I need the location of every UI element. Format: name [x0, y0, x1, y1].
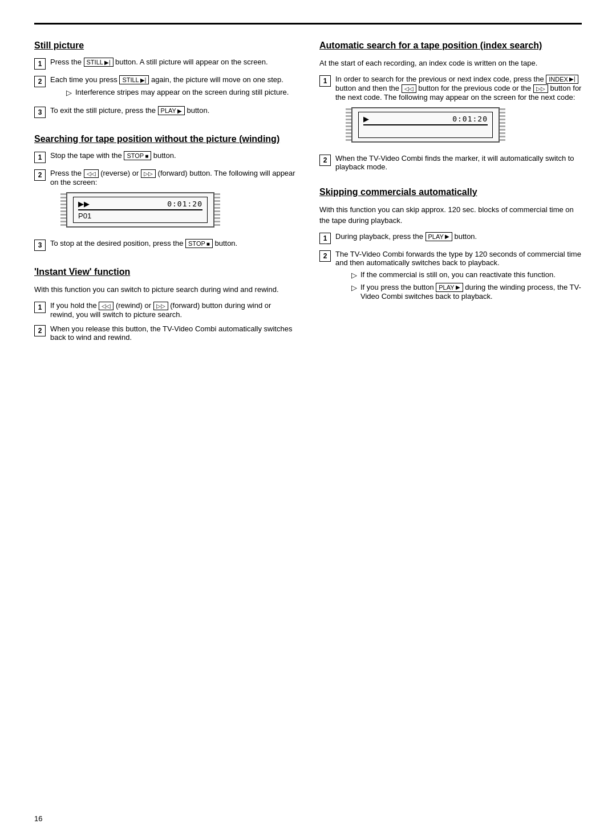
index-search-steps: 1 In order to search for the previous or… [319, 75, 582, 171]
winding-step-num-3: 3 [34, 240, 46, 251]
left-column: Still picture 1 Press the STILL▶| button… [34, 40, 297, 358]
skip-commercials-step-2: 2 The TV-Video Combi forwards the type b… [319, 250, 582, 304]
note-winding-playback-text: If you press the button PLAY▶ during the… [360, 283, 582, 301]
step-content-2: Each time you press STILL▶| again, the p… [50, 75, 297, 100]
skip-commercials-intro: With this function you can skip approx. … [319, 204, 582, 226]
winding-steps: 1 Stop the tape with the STOP■ button. 2… [34, 151, 297, 251]
winding-heading: Searching for tape position without the … [34, 134, 279, 144]
note-arrow-icon-3: ▷ [351, 283, 357, 292]
skip-commercials-step-num-2: 2 [319, 250, 331, 262]
top-rule [34, 23, 582, 25]
winding-step-1: 1 Stop the tape with the STOP■ button. [34, 151, 297, 163]
winding-step-num-2: 2 [34, 169, 46, 181]
rew-button-kbd-2: ◁◁ [99, 302, 114, 310]
right-column: Automatic search for a tape position (in… [319, 40, 582, 358]
fwd-button-kbd-2: ▷▷ [153, 302, 168, 310]
index-search-screen-row2 [363, 127, 488, 135]
still-play-button-kbd: STILL▶| [84, 58, 114, 67]
winding-screen-inner: ▶▶ 0:01:20 P01 [73, 197, 208, 223]
note-interference: ▷ Interference stripes may appear on the… [66, 88, 297, 97]
skip-commercials-section: Skipping commercials automatically With … [319, 187, 582, 304]
step-content-3: To exit the still picture, press the PLA… [50, 106, 297, 115]
winding-step-content-2: Press the ◁◁ (reverse) or ▷▷ (forward) b… [50, 169, 297, 233]
index-search-screen-time: 0:01:20 [452, 115, 488, 123]
note-reactivate: ▷ If the commercial is still on, you can… [351, 270, 582, 279]
instant-view-step-content-2: When you release this button, the TV-Vid… [50, 324, 297, 342]
skip-commercials-step-num-1: 1 [319, 233, 331, 244]
still-picture-step-1: 1 Press the STILL▶| button. A still pict… [34, 58, 297, 70]
instant-view-step-num-1: 1 [34, 302, 46, 313]
step-content-1: Press the STILL▶| button. A still pictur… [50, 58, 297, 67]
rew-button-kbd: ◁◁ [84, 169, 99, 178]
winding-step-2: 2 Press the ◁◁ (reverse) or ▷▷ (forward)… [34, 169, 297, 233]
index-search-section: Automatic search for a tape position (in… [319, 40, 582, 171]
index-search-screen-label [363, 127, 366, 135]
index-search-screen-sym: ▶ [363, 115, 369, 123]
index-search-screen-row1: ▶ 0:01:20 [363, 115, 488, 125]
index-search-screen: ▶ 0:01:20 [351, 107, 500, 143]
still-picture-heading: Still picture [34, 40, 84, 51]
winding-screen-label: P01 [78, 212, 91, 220]
index-search-step-num-1: 1 [319, 75, 331, 87]
note-arrow-icon: ▷ [66, 88, 72, 97]
winding-step-content-3: To stop at the desired position, press t… [50, 239, 297, 248]
instant-view-step-2: 2 When you release this button, the TV-V… [34, 324, 297, 342]
index-search-step-num-2: 2 [319, 155, 331, 166]
winding-step-num-1: 1 [34, 152, 46, 163]
skip-commercials-heading: Skipping commercials automatically [319, 187, 477, 197]
instant-view-step-1: 1 If you hold the ◁◁ (rewind) or ▷▷ (for… [34, 301, 297, 319]
skip-commercials-step-content-2: The TV-Video Combi forwards the type by … [335, 250, 582, 304]
step-num-3: 3 [34, 107, 46, 118]
index-search-screen-inner: ▶ 0:01:20 [358, 112, 493, 138]
note-interference-text: Interference stripes may appear on the s… [75, 88, 297, 96]
winding-screen-row2: P01 [78, 212, 202, 220]
still-picture-section: Still picture 1 Press the STILL▶| button… [34, 40, 297, 118]
instant-view-section: 'Instant View' function With this functi… [34, 267, 297, 342]
winding-screen-sym: ▶▶ [78, 200, 90, 208]
winding-screen-time: 0:01:20 [167, 200, 202, 208]
still-picture-step-3: 3 To exit the still picture, press the P… [34, 106, 297, 118]
instant-view-step-num-2: 2 [34, 325, 46, 336]
winding-step-3: 3 To stop at the desired position, press… [34, 239, 297, 251]
instant-view-intro: With this function you can switch to pic… [34, 284, 297, 295]
skip-commercials-step-1: 1 During playback, press the PLAY▶ butto… [319, 232, 582, 244]
instant-view-heading: 'Instant View' function [34, 267, 130, 277]
fwd-button-kbd: ▷▷ [141, 169, 156, 178]
still-picture-step-2: 2 Each time you press STILL▶| again, the… [34, 75, 297, 100]
instant-view-steps: 1 If you hold the ◁◁ (rewind) or ▷▷ (for… [34, 301, 297, 342]
index-search-heading: Automatic search for a tape position (in… [319, 40, 542, 51]
page-number: 16 [34, 814, 42, 823]
step-num-2: 2 [34, 76, 46, 87]
note-reactivate-text: If the commercial is still on, you can r… [360, 270, 582, 279]
winding-screen-row1: ▶▶ 0:01:20 [78, 200, 202, 210]
winding-screen: ▶▶ 0:01:20 P01 [66, 192, 214, 228]
skip-commercials-step-content-1: During playback, press the PLAY▶ button. [335, 232, 582, 241]
index-search-step-content-1: In order to search for the previous or n… [335, 75, 582, 148]
index-search-step-1: 1 In order to search for the previous or… [319, 75, 582, 148]
rew-button-kbd-3: ◁◁ [402, 84, 416, 93]
index-search-step-2: 2 When the TV-Video Combi finds the mark… [319, 154, 582, 171]
step-num-1: 1 [34, 58, 46, 70]
play-button-kbd-3: PLAY▶ [436, 283, 463, 292]
winding-section: Searching for tape position without the … [34, 134, 297, 251]
winding-step-content-1: Stop the tape with the STOP■ button. [50, 151, 297, 160]
skip-commercials-steps: 1 During playback, press the PLAY▶ butto… [319, 232, 582, 304]
fwd-button-kbd-3: ▷▷ [533, 84, 548, 93]
index-button-kbd: INDEX▶| [546, 75, 578, 84]
note-winding-playback: ▷ If you press the button PLAY▶ during t… [351, 283, 582, 301]
still-play-button-kbd-2: STILL▶| [119, 75, 149, 84]
two-column-layout: Still picture 1 Press the STILL▶| button… [34, 40, 582, 358]
index-search-step-content-2: When the TV-Video Combi finds the marker… [335, 154, 582, 171]
index-search-intro: At the start of each recording, an index… [319, 58, 582, 69]
stop-button-kbd: STOP■ [124, 151, 151, 160]
page: Still picture 1 Press the STILL▶| button… [0, 0, 616, 840]
play-button-kbd-2: PLAY▶ [425, 232, 452, 241]
still-picture-steps: 1 Press the STILL▶| button. A still pict… [34, 58, 297, 118]
play-button-kbd: PLAY▶ [158, 106, 185, 115]
note-arrow-icon-2: ▷ [351, 271, 357, 279]
stop-button-kbd-2: STOP■ [185, 239, 213, 248]
instant-view-step-content-1: If you hold the ◁◁ (rewind) or ▷▷ (forwa… [50, 301, 297, 319]
